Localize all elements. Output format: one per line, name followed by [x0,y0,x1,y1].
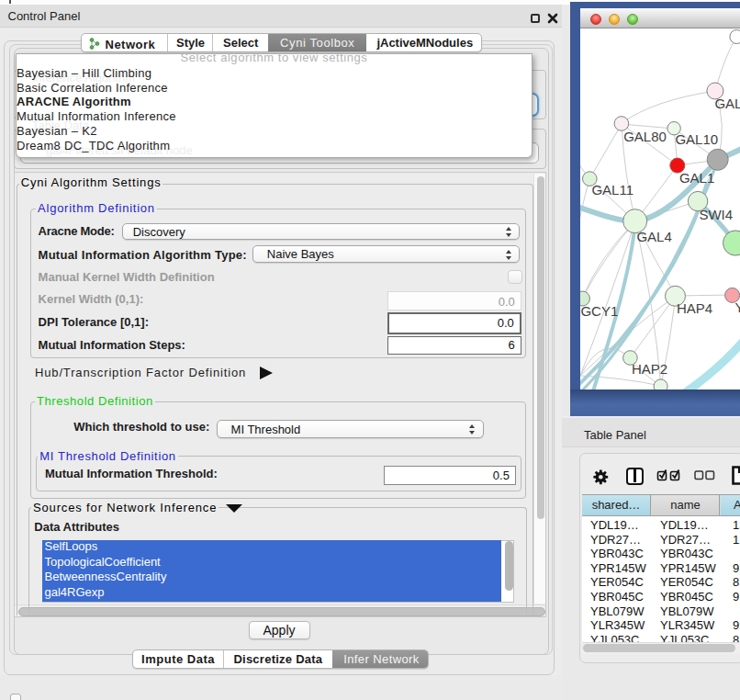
svg-text:YB: YB [734,299,740,315]
svg-text:GAL4: GAL4 [636,229,671,244]
svg-text:HAP4: HAP4 [677,300,712,316]
svg-text:GCY1: GCY1 [580,303,618,319]
svg-text:SWI4: SWI4 [699,207,733,222]
svg-text:HAP2: HAP2 [632,361,667,377]
svg-text:GAL1: GAL1 [679,170,714,186]
svg-text:GAL10: GAL10 [675,131,718,147]
svg-text:GAL80: GAL80 [623,129,667,144]
svg-text:GAL11: GAL11 [591,182,633,198]
svg-text:GAL2: GAL2 [714,96,740,111]
